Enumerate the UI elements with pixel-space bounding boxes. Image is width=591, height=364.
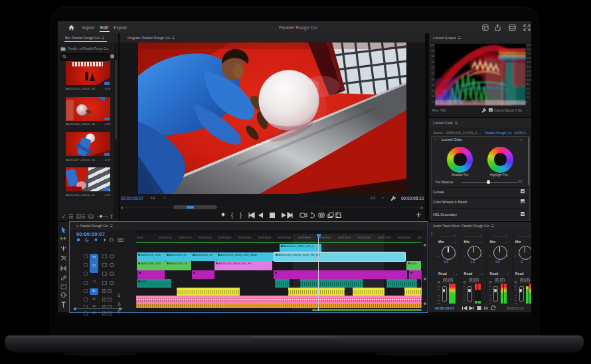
- svg-text:{: {: [231, 212, 233, 219]
- svg-text:}: }: [240, 212, 242, 219]
